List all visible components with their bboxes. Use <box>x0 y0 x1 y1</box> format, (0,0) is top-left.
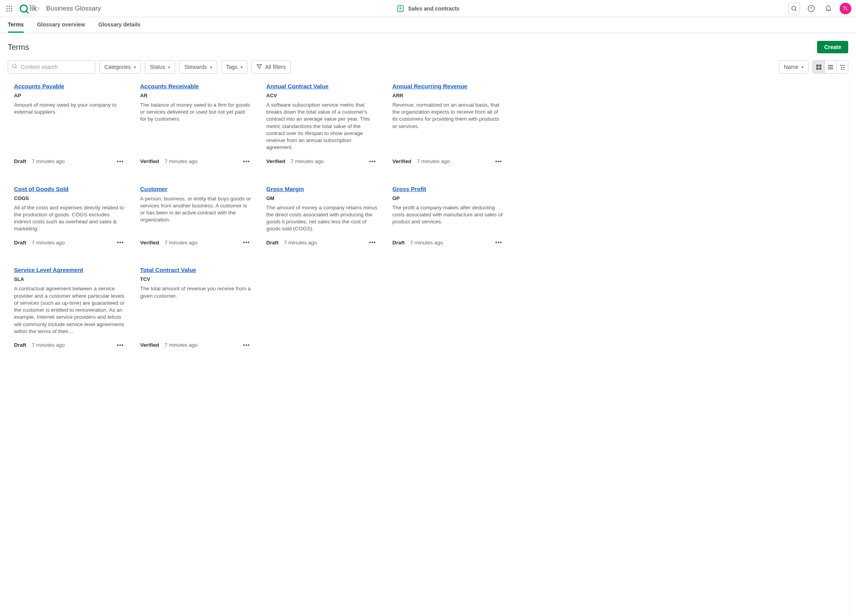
term-more-button[interactable]: ••• <box>493 157 504 166</box>
view-toggle <box>812 60 848 74</box>
filter-icon <box>257 64 262 70</box>
page-title: Terms <box>8 43 29 52</box>
scrollbar[interactable] <box>851 78 856 365</box>
term-footer: Draft7 minutes ago••• <box>14 238 126 247</box>
svg-point-6 <box>6 10 7 11</box>
term-title-link[interactable]: Total Contract Value <box>140 267 252 273</box>
content-search-input[interactable] <box>8 60 95 74</box>
svg-rect-22 <box>819 65 821 67</box>
term-time: 7 minutes ago <box>410 240 443 246</box>
term-title-link[interactable]: Gross Margin <box>266 186 378 192</box>
term-title-link[interactable]: Accounts Payable <box>14 83 126 90</box>
term-status: Draft <box>14 240 26 246</box>
term-title-link[interactable]: Annual Contract Value <box>266 83 378 90</box>
term-more-button[interactable]: ••• <box>241 340 252 350</box>
apps-grid-icon[interactable] <box>5 4 14 13</box>
glossary-name[interactable]: Sales and contracts <box>408 5 459 12</box>
term-card: Gross MarginGMThe amount of money a comp… <box>266 186 378 247</box>
term-title-link[interactable]: Annual Recurring Revenue <box>392 83 504 90</box>
term-title-link[interactable]: Accounts Receivable <box>140 83 252 90</box>
svg-point-5 <box>11 8 12 9</box>
topbar-center: Sales and contracts <box>396 5 459 12</box>
term-abbreviation: AR <box>140 93 252 98</box>
create-button[interactable]: Create <box>817 41 848 53</box>
term-status: Verified <box>140 342 159 348</box>
all-filters-button[interactable]: All filters <box>251 60 291 74</box>
tab-glossary-overview[interactable]: Glossary overview <box>37 17 85 33</box>
tabs-row: Terms Glossary overview Glossary details <box>0 17 856 33</box>
term-title-link[interactable]: Customer <box>140 186 252 192</box>
tab-terms[interactable]: Terms <box>8 17 24 33</box>
term-more-button[interactable]: ••• <box>241 157 252 166</box>
sort-dropdown[interactable]: Name ▾ <box>779 60 809 74</box>
term-title-link[interactable]: Gross Profit <box>392 186 504 192</box>
term-status: Draft <box>392 240 405 246</box>
term-footer: Verified7 minutes ago••• <box>140 340 252 350</box>
card-view-button[interactable] <box>813 61 824 73</box>
svg-line-16 <box>795 10 796 11</box>
term-card: Annual Recurring RevenueARRRevenue, norm… <box>392 83 504 166</box>
term-abbreviation: GP <box>392 195 504 201</box>
term-title-link[interactable]: Cost of Goods Sold <box>14 186 126 192</box>
term-time: 7 minutes ago <box>291 158 324 164</box>
svg-line-10 <box>26 11 28 13</box>
svg-point-3 <box>6 8 7 9</box>
term-status: Verified <box>140 240 159 246</box>
term-more-button[interactable]: ••• <box>493 238 504 247</box>
term-time: 7 minutes ago <box>284 240 317 246</box>
term-abbreviation: TCV <box>140 276 252 282</box>
term-description: All of the costs and expenses directly r… <box>14 204 126 233</box>
term-time: 7 minutes ago <box>417 158 450 164</box>
term-description: A person, business, or entity that buys … <box>140 195 252 224</box>
term-more-button[interactable]: ••• <box>114 157 126 166</box>
svg-point-8 <box>11 10 12 11</box>
svg-point-0 <box>6 5 7 7</box>
list-view-button[interactable] <box>824 61 836 73</box>
topbar: lik® Business Glossary Sales and contrac… <box>0 0 856 17</box>
term-time: 7 minutes ago <box>32 342 65 348</box>
term-status: Draft <box>266 240 279 246</box>
svg-point-4 <box>9 8 10 9</box>
app-title: Business Glossary <box>46 5 101 12</box>
term-footer: Draft7 minutes ago••• <box>266 238 378 247</box>
term-card: Service Level AgreementSLAA contractual … <box>14 267 126 350</box>
tags-filter[interactable]: Tags ▾ <box>221 60 248 74</box>
search-wrap <box>8 60 95 74</box>
term-more-button[interactable]: ••• <box>114 238 126 247</box>
tree-view-button[interactable] <box>836 61 848 73</box>
stewards-filter[interactable]: Stewards ▾ <box>179 60 217 74</box>
term-description: A contractual agreement between a servic… <box>14 285 126 335</box>
term-more-button[interactable]: ••• <box>367 238 378 247</box>
term-time: 7 minutes ago <box>32 158 65 164</box>
categories-filter[interactable]: Categories ▾ <box>99 60 141 74</box>
chevron-down-icon: ▾ <box>241 65 243 69</box>
term-footer: Draft7 minutes ago••• <box>14 340 126 350</box>
svg-point-15 <box>792 6 796 10</box>
term-description: Amount of money owed by your company to … <box>14 102 126 116</box>
qlik-logo[interactable]: lik® <box>19 4 40 14</box>
term-more-button[interactable]: ••• <box>367 157 378 166</box>
term-card: Accounts PayableAPAmount of money owed b… <box>14 83 126 166</box>
notifications-button[interactable] <box>823 3 834 14</box>
term-abbreviation: GM <box>266 195 378 201</box>
term-status: Draft <box>14 158 26 164</box>
term-abbreviation: AP <box>14 93 126 98</box>
chevron-down-icon: ▾ <box>134 65 136 69</box>
term-footer: Verified7 minutes ago••• <box>140 238 252 247</box>
term-more-button[interactable]: ••• <box>114 340 126 350</box>
term-card: Annual Contract ValueACVA software subsc… <box>266 83 378 166</box>
term-footer: Verified7 minutes ago••• <box>392 157 504 166</box>
term-more-button[interactable]: ••• <box>241 238 252 247</box>
term-footer: Draft7 minutes ago••• <box>14 157 126 166</box>
chevron-down-icon: ▾ <box>210 65 212 69</box>
svg-point-1 <box>9 5 10 7</box>
tab-glossary-details[interactable]: Glossary details <box>98 17 141 33</box>
help-button[interactable]: ? <box>805 3 817 14</box>
term-card: Accounts ReceivableARThe balance of mone… <box>140 83 252 166</box>
status-filter[interactable]: Status ▾ <box>145 60 176 74</box>
term-time: 7 minutes ago <box>165 158 198 164</box>
term-description: A software subscription service metric t… <box>266 102 378 151</box>
global-search-button[interactable] <box>788 3 800 14</box>
user-avatar[interactable]: TL <box>840 3 851 14</box>
term-title-link[interactable]: Service Level Agreement <box>14 267 126 273</box>
